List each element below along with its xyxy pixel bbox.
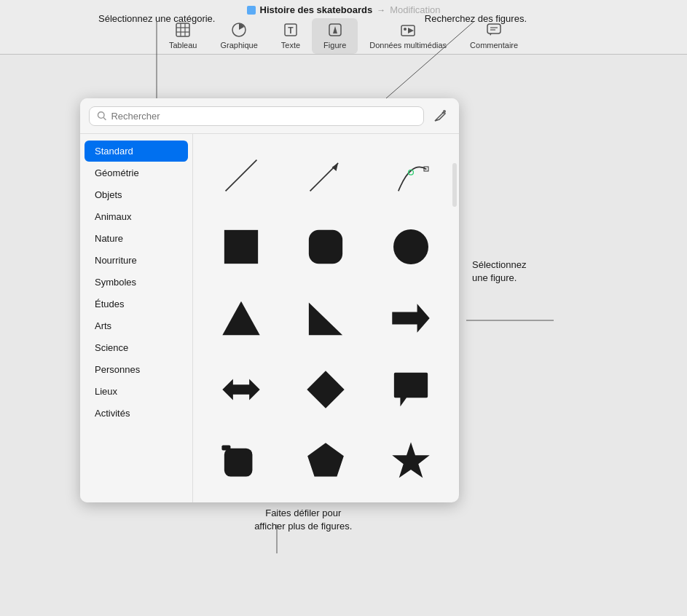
top-left-callout-text: Sélectionnez une catégorie. [98, 13, 215, 24]
category-symboles[interactable]: Symboles [85, 272, 188, 293]
shape-double-arrow[interactable] [202, 357, 280, 422]
category-lieux[interactable]: Lieux [85, 381, 188, 402]
shape-triangle[interactable] [202, 285, 280, 351]
svg-point-11 [404, 28, 407, 31]
shape-rounded-square-small[interactable] [202, 428, 280, 494]
media-label: Données multimédias [369, 41, 447, 50]
shape-right-triangle[interactable] [286, 285, 365, 351]
category-geometrie[interactable]: Géométrie [85, 162, 188, 183]
shape-speech-bubble[interactable] [372, 357, 450, 422]
svg-rect-27 [309, 230, 342, 264]
figure-icon [326, 21, 344, 39]
search-input-wrapper[interactable] [89, 106, 424, 126]
commentaire-label: Commentaire [470, 41, 518, 50]
doc-title: Histoire des skateboards [260, 4, 373, 15]
category-arts[interactable]: Arts [85, 315, 188, 336]
scrollbar[interactable] [452, 163, 457, 207]
page-wrapper: Histoire des skateboards → Modification … [0, 0, 687, 616]
svg-marker-36 [308, 443, 345, 476]
shapes-panel: Standard Géométrie Objets Animaux Nature… [80, 98, 459, 502]
right-callout: Sélectionnezune figure. [459, 98, 526, 285]
panel-body: Standard Géométrie Objets Animaux Nature… [80, 134, 459, 502]
arrow: → [377, 5, 385, 15]
bottom-callout-text: Faites défiler pourafficher plus de figu… [254, 508, 352, 532]
right-callout-text: Sélectionnezune figure. [472, 258, 526, 285]
pen-icon [433, 108, 447, 123]
graphique-label: Graphique [220, 41, 257, 50]
graphique-button[interactable]: Graphique [208, 18, 269, 54]
top-left-callout: Sélectionnez une catégorie. [98, 13, 215, 24]
shapes-grid [193, 134, 459, 502]
svg-marker-12 [408, 28, 414, 33]
svg-point-20 [443, 110, 446, 113]
search-bar [80, 98, 459, 134]
shape-square[interactable] [202, 214, 280, 280]
category-list: Standard Géométrie Objets Animaux Nature… [80, 134, 193, 502]
category-nourriture[interactable]: Nourriture [85, 250, 188, 271]
svg-text:T: T [288, 25, 294, 36]
texte-label: Texte [281, 41, 300, 50]
svg-rect-34 [224, 449, 253, 477]
shape-arrow-right[interactable] [372, 285, 450, 351]
category-nature[interactable]: Nature [85, 228, 188, 249]
svg-marker-37 [392, 442, 429, 478]
shape-pentagon[interactable] [286, 428, 365, 494]
doc-icon [247, 6, 256, 15]
svg-point-17 [98, 112, 104, 119]
svg-line-18 [103, 117, 106, 119]
category-science[interactable]: Science [85, 337, 188, 358]
panel-container: Standard Géométrie Objets Animaux Nature… [80, 98, 526, 533]
shape-line[interactable] [202, 143, 280, 208]
svg-line-21 [226, 160, 257, 191]
svg-rect-26 [224, 230, 258, 264]
top-right-callout: Recherchez des figures. [425, 13, 527, 24]
category-personnes[interactable]: Personnes [85, 359, 188, 380]
svg-marker-23 [332, 163, 339, 171]
search-icon [97, 111, 106, 121]
svg-rect-0 [176, 23, 189, 36]
svg-marker-16 [490, 33, 492, 36]
shapes-grid-wrapper [193, 134, 459, 502]
tableau-label: Tableau [169, 41, 197, 50]
category-standard[interactable]: Standard [85, 141, 188, 162]
panel-row: Standard Géométrie Objets Animaux Nature… [80, 98, 526, 502]
graphique-icon [230, 21, 248, 39]
shape-rounded-rect[interactable] [286, 214, 365, 280]
svg-marker-29 [222, 301, 259, 335]
shape-arrow-line[interactable] [286, 143, 365, 208]
category-etudes[interactable]: Études [85, 293, 188, 315]
svg-marker-32 [222, 379, 259, 400]
media-icon [399, 21, 417, 39]
shape-star[interactable] [372, 428, 450, 494]
category-objets[interactable]: Objets [85, 184, 188, 205]
top-right-callout-text: Recherchez des figures. [425, 13, 527, 24]
toolbar-area: Histoire des skateboards → Modification … [0, 0, 687, 55]
search-input[interactable] [111, 111, 416, 122]
figure-label: Figure [323, 41, 346, 50]
texte-icon: T [282, 21, 299, 39]
svg-marker-33 [307, 371, 345, 408]
svg-marker-31 [392, 304, 429, 332]
svg-marker-9 [333, 26, 337, 33]
shape-curve[interactable] [372, 143, 450, 208]
svg-rect-13 [487, 24, 500, 33]
svg-rect-35 [222, 446, 231, 451]
svg-marker-30 [309, 303, 342, 336]
bottom-callout: Faites défiler pourafficher plus de figu… [80, 507, 526, 533]
texte-button[interactable]: T Texte [270, 18, 312, 54]
category-activites[interactable]: Activités [85, 403, 188, 424]
pen-button[interactable] [430, 106, 450, 126]
svg-point-28 [393, 229, 428, 264]
figure-button[interactable]: Figure [312, 18, 358, 54]
shape-circle[interactable] [372, 214, 450, 280]
category-animaux[interactable]: Animaux [85, 206, 188, 227]
shape-diamond[interactable] [286, 357, 365, 422]
